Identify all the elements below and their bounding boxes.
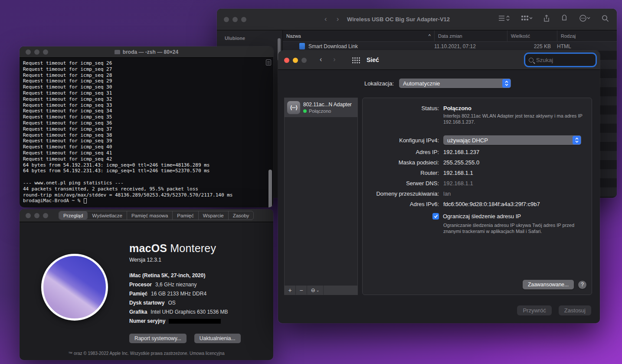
configure-ipv4-popup[interactable]: używając DHCP <box>443 135 581 145</box>
location-popup[interactable]: Automatycznie <box>399 79 511 88</box>
finder-titlebar: ‹ › Wireless USB OC Big Sur Adapter-V12 <box>217 9 617 30</box>
software-update-button[interactable]: Uaktualnienia... <box>194 334 241 343</box>
terminal-text: Request timeout for icmp_seq 26 Request … <box>23 60 273 198</box>
terminal-titlebar: broda — -zsh — 80×24 <box>20 46 273 58</box>
monterey-wallpaper-thumbnail <box>41 254 108 321</box>
configure-ipv4-label: Konfiguruj IPv4: <box>368 137 439 144</box>
os-name: macOS Monterey <box>129 242 268 255</box>
terminal-page-icon <box>266 59 271 66</box>
location-label: Lokalizacja: <box>278 80 394 87</box>
ipv6-address-label: Adres IPv6: <box>368 201 439 207</box>
serial-number-redaction <box>169 319 221 324</box>
status-label: Status: <box>368 105 439 111</box>
html-file-icon <box>299 43 305 49</box>
tab-pamiec[interactable]: Pamięć <box>173 211 198 220</box>
network-preferences-window: ‹ › Sieć Lokalizacja: Automatycznie ⟨···… <box>278 51 600 323</box>
sidebar-section-favorites: Ulubione <box>225 36 282 41</box>
zoom-button[interactable] <box>301 58 307 63</box>
search-domains-label: Domeny przeszukiwania: <box>368 190 439 197</box>
spec-processor: Procesor3,6 GHz nieznany <box>129 282 268 288</box>
search-icon[interactable] <box>602 15 609 22</box>
window-title: Sieć <box>367 56 379 63</box>
add-service-button[interactable]: + <box>285 285 296 295</box>
zoom-button[interactable] <box>43 213 48 218</box>
show-all-preferences-icon[interactable] <box>352 57 360 64</box>
spec-startup-disk: Dysk startowyOS <box>129 300 268 306</box>
terminal-prompt-line: broda@iMac-BrodA ~ % <box>23 198 273 204</box>
terminal-output[interactable]: Request timeout for icmp_seq 26 Request … <box>20 58 273 207</box>
forward-icon[interactable]: › <box>337 15 339 23</box>
limit-ip-tracking-label: Ograniczaj śledzenie adresu IP <box>443 213 521 220</box>
close-button[interactable] <box>224 17 229 22</box>
list-view-icon[interactable] <box>498 15 510 22</box>
minimize-button[interactable] <box>232 17 238 22</box>
file-row[interactable]: Smart Download Link 11.10.2021, 07:12 22… <box>283 42 617 51</box>
forward-icon[interactable]: › <box>333 56 335 63</box>
about-this-mac-window: Przegląd Wyświetlacze Pamięć masowa Pami… <box>20 209 273 360</box>
adapter-list-item[interactable]: ⟨···⟩ 802.11ac...N Adapter Połączono <box>285 98 357 117</box>
zoom-button[interactable] <box>241 17 246 22</box>
status-value: Połączono <box>443 105 471 111</box>
location-row: Lokalizacja: Automatycznie <box>278 79 600 88</box>
about-footer: ™ oraz © 1983-2022 Apple Inc. Wszystkie … <box>20 351 273 356</box>
tab-pamiec-masowa[interactable]: Pamięć masowa <box>127 211 173 220</box>
ipv6-address-value: fdc6:500e:9d28:0:184f:a4a3:29f7:c9b7 <box>443 201 540 207</box>
status-description: Interfejs 802.11ac WLAN Adapter jest ter… <box>443 113 586 125</box>
stepper-icon <box>502 79 511 88</box>
service-actions-menu-button[interactable]: ⊖⌄ <box>307 285 324 295</box>
revert-button[interactable]: Przywróć <box>517 305 551 315</box>
spec-graphics: GrafikaIntel UHD Graphics 630 1536 MB <box>129 309 268 315</box>
subnet-mask-label: Maska podsieci: <box>368 159 439 166</box>
apply-button[interactable]: Zastosuj <box>559 305 591 315</box>
finder-column-headers: Nazwa^ Data zmian Wielkość Rodzaj <box>283 30 617 42</box>
spec-memory: Pamięć16 GB 2133 MHz DDR4 <box>129 291 268 297</box>
remove-service-button[interactable]: − <box>296 285 307 295</box>
ip-address-label: Adres IP: <box>368 149 439 155</box>
limit-ip-tracking-description: Ograniczanie śledzenia adresu IP ukrywa … <box>443 222 586 234</box>
file-date: 11.10.2021, 07:12 <box>434 43 507 49</box>
folder-icon <box>115 50 120 54</box>
close-button[interactable] <box>284 58 289 63</box>
network-titlebar: ‹ › Sieć <box>278 51 600 70</box>
sidebar-footer: + − ⊖⌄ <box>285 285 357 295</box>
subnet-mask-value: 255.255.255.0 <box>443 159 479 166</box>
column-header-kind[interactable]: Rodzaj <box>557 30 617 41</box>
tag-icon[interactable] <box>561 15 568 22</box>
terminal-cursor <box>84 198 87 203</box>
finder-window-title: Wireless USB OC Big Sur Adapter-V12 <box>347 16 450 23</box>
file-size: 225 KB <box>507 43 557 49</box>
network-detail-panel: Status: Połączono Interfejs 802.11ac WLA… <box>362 98 592 295</box>
share-icon[interactable] <box>543 15 550 22</box>
tab-wyswietlacze[interactable]: Wyświetlacze <box>88 211 127 220</box>
system-report-button[interactable]: Raport systemowy... <box>129 334 187 343</box>
back-icon[interactable]: ‹ <box>324 15 327 23</box>
advanced-button[interactable]: Zaawansowane... <box>523 280 574 289</box>
close-button[interactable] <box>26 213 31 218</box>
terminal-scrollbar[interactable] <box>268 170 272 207</box>
tab-wsparcie[interactable]: Wsparcie <box>199 211 229 220</box>
os-version: Wersja 12.3.1 <box>129 257 268 263</box>
stepper-icon <box>573 136 581 144</box>
limit-ip-tracking-checkbox[interactable] <box>432 213 439 220</box>
search-icon <box>529 58 534 62</box>
back-icon[interactable]: ‹ <box>320 56 322 63</box>
more-options-icon[interactable] <box>579 14 590 22</box>
license-agreement-link[interactable]: Umowa licencyjna <box>190 351 225 356</box>
router-value: 192.168.1.1 <box>443 170 473 176</box>
tab-przeglad[interactable]: Przegląd <box>59 211 88 220</box>
ip-address-value: 192.168.1.237 <box>443 149 479 155</box>
column-header-name[interactable]: Nazwa^ <box>283 30 435 41</box>
minimize-button[interactable] <box>293 58 298 63</box>
group-by-icon[interactable] <box>521 15 532 22</box>
file-name: Smart Download Link <box>308 43 434 49</box>
tab-zasoby[interactable]: Zasoby <box>229 211 254 220</box>
help-button[interactable]: ? <box>578 281 586 289</box>
search-input[interactable] <box>536 57 588 63</box>
minimize-button[interactable] <box>34 213 39 218</box>
column-header-size[interactable]: Wielkość <box>507 30 557 41</box>
router-label: Router: <box>368 170 439 176</box>
search-field[interactable] <box>525 54 596 66</box>
mac-model: iMac (Retina 5K, 27-inch, 2020) <box>129 272 268 279</box>
column-header-date[interactable]: Data zmian <box>435 30 507 41</box>
status-dot-icon <box>303 109 307 113</box>
